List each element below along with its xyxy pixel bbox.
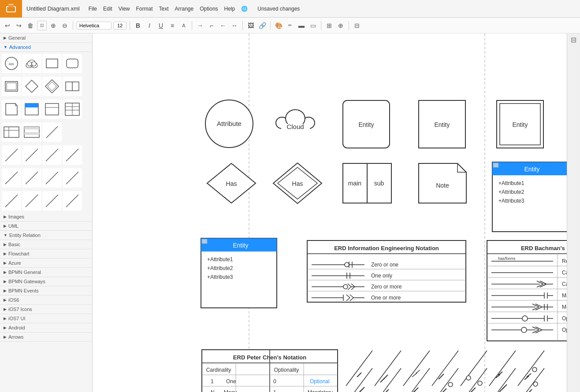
svg-line-37: [26, 149, 38, 161]
fill-color-button[interactable]: 🎨: [274, 21, 283, 30]
line-color-button[interactable]: ✏: [285, 21, 295, 30]
shape-diamond-double[interactable]: [42, 77, 62, 96]
svg-line-39: [66, 149, 78, 161]
shape-blue-entity[interactable]: [22, 100, 41, 119]
font-color-button[interactable]: A: [179, 21, 189, 30]
blue-entity-left-shape[interactable]: Entity +Attribute1 +Attribute2 +Attribut…: [201, 238, 277, 308]
shape-line1[interactable]: [2, 145, 21, 165]
advanced-connectors3: [0, 189, 92, 212]
menu-arrange[interactable]: Arrange: [172, 5, 197, 13]
sidebar-item-basic[interactable]: ▶ Basic: [0, 240, 92, 249]
sidebar-item-uml[interactable]: ▶ UML: [0, 222, 92, 231]
sidebar-item-flowchart[interactable]: ▶ Flowchart: [0, 249, 92, 259]
grid-button[interactable]: ⊞: [324, 21, 334, 30]
sidebar-item-bpmn-events[interactable]: ▶ BPMN Events: [0, 286, 92, 296]
menu-help[interactable]: Help: [222, 5, 238, 13]
link-button[interactable]: 🔗: [257, 21, 267, 30]
diamond-single-shape[interactable]: Has: [207, 163, 256, 203]
sidebar-item-general[interactable]: ▶ General: [0, 33, 92, 43]
underline-button[interactable]: U: [156, 21, 166, 30]
menu-file[interactable]: File: [86, 5, 100, 13]
align-left-button[interactable]: ≡: [167, 21, 177, 30]
shape-line10[interactable]: [22, 191, 41, 211]
italic-button[interactable]: I: [145, 21, 154, 30]
sidebar-label-entity-relation: Entity Relation: [9, 233, 41, 238]
bold-button[interactable]: B: [133, 21, 143, 30]
elbow-button[interactable]: ⌐: [207, 21, 216, 30]
zoom-out-button[interactable]: ⊖: [60, 21, 70, 30]
svg-text:has/forms: has/forms: [498, 256, 516, 261]
shape-lined-entity[interactable]: [42, 100, 62, 119]
zoom-in-button[interactable]: ⊕: [48, 21, 58, 30]
shape-cloud[interactable]: [22, 54, 41, 73]
fit-page-button[interactable]: ⊡: [37, 21, 47, 30]
shape-striped-table[interactable]: [22, 122, 41, 142]
shape-line-diag1[interactable]: [42, 122, 62, 142]
font-name-input[interactable]: [76, 22, 112, 30]
shape-wide-table[interactable]: [2, 122, 21, 142]
note-shape[interactable]: Note: [419, 163, 466, 203]
entity-rounded-shape[interactable]: Entity: [343, 100, 390, 148]
sidebar-item-images[interactable]: ▶ Images: [0, 212, 92, 222]
sidebar-item-ios6[interactable]: ▶ iOS6: [0, 296, 92, 305]
shape-line6[interactable]: [22, 168, 41, 188]
sidebar-item-advanced[interactable]: ▼ Advanced: [0, 43, 92, 52]
shape-entity-rect[interactable]: [42, 54, 62, 73]
sidebar-item-entity-relation[interactable]: ▼ Entity Relation: [0, 231, 92, 240]
shape-line12[interactable]: [63, 191, 82, 211]
diamond-double-shape[interactable]: Has: [273, 163, 322, 203]
fill-rect-button[interactable]: ▬: [297, 21, 306, 30]
shape-line2[interactable]: [22, 145, 41, 165]
attribute-circle-shape[interactable]: Attribute: [205, 100, 253, 148]
sidebar-item-ios7-ui[interactable]: ▶ iOS7 UI: [0, 314, 92, 323]
shape-line7[interactable]: [42, 168, 62, 188]
erd-bachman-table: ERD Bachman's Notation has/forms Relatio…: [487, 240, 567, 341]
shape-attribute-circle[interactable]: Attr: [2, 54, 21, 73]
menu-format[interactable]: Format: [133, 5, 155, 13]
blue-entity-right-shape[interactable]: Entity +Attribute1 +Attribute2 +Attribut…: [492, 162, 567, 232]
menu-view[interactable]: View: [116, 5, 133, 13]
shape-diamond-single[interactable]: [22, 77, 41, 96]
split-entity-shape[interactable]: main sub: [343, 163, 391, 203]
redo-button[interactable]: ↪: [14, 21, 24, 30]
arrow-right-button[interactable]: →: [195, 21, 205, 30]
menu-text[interactable]: Text: [156, 5, 171, 13]
sidebar-item-android[interactable]: ▶ Android: [0, 323, 92, 333]
shape-note[interactable]: [2, 100, 21, 119]
svg-text:Many: Many: [224, 389, 237, 392]
image-button[interactable]: 🖼: [246, 21, 256, 30]
shape-line3[interactable]: [42, 145, 62, 165]
sidebar-item-arrows[interactable]: ▶ Arrows: [0, 333, 92, 342]
sidebar-item-bpmn-gateways[interactable]: ▶ BPMN Gateways: [0, 277, 92, 286]
delete-button[interactable]: 🗑: [26, 21, 35, 30]
sidebar-item-azure[interactable]: ▶ Azure: [0, 259, 92, 268]
font-size-input[interactable]: [113, 22, 126, 30]
entity-rect-shape[interactable]: Entity: [419, 100, 465, 148]
panel-button[interactable]: ⊟: [352, 21, 362, 30]
sidebar-item-ios7-icons[interactable]: ▶ iOS7 Icons: [0, 305, 92, 314]
shadow-button[interactable]: ▭: [308, 21, 318, 30]
shape-line5[interactable]: [2, 168, 21, 188]
arrow-both-button[interactable]: ↔: [230, 21, 239, 30]
shape-line4[interactable]: [63, 145, 82, 165]
cloud-shape[interactable]: Cloud: [276, 110, 315, 133]
sidebar-item-bpmn-general[interactable]: ▶ BPMN General: [0, 268, 92, 277]
menu-options[interactable]: Options: [197, 5, 220, 13]
canvas-area[interactable]: Attribute Cloud Entity Entity: [93, 33, 567, 392]
shape-line9[interactable]: [2, 191, 21, 211]
entity-double-shape[interactable]: Entity: [497, 100, 543, 148]
undo-button[interactable]: ↩: [3, 21, 12, 30]
add-button[interactable]: ⊕: [336, 21, 346, 30]
svg-line-41: [26, 172, 38, 184]
menu-edit[interactable]: Edit: [100, 5, 115, 13]
shape-entity-double[interactable]: [2, 77, 21, 96]
shape-table-grid[interactable]: [63, 100, 82, 119]
arrow-left-button[interactable]: ←: [218, 21, 228, 30]
shape-line11[interactable]: [42, 191, 62, 211]
right-panel-icon[interactable]: ⊟: [571, 36, 576, 44]
svg-text:Mandatory, One: Mandatory, One: [562, 292, 567, 299]
shape-line8[interactable]: [63, 168, 82, 188]
shape-split-entity[interactable]: [63, 77, 82, 96]
svg-text:sub: sub: [374, 180, 384, 187]
shape-entity-rounded[interactable]: [63, 54, 82, 73]
